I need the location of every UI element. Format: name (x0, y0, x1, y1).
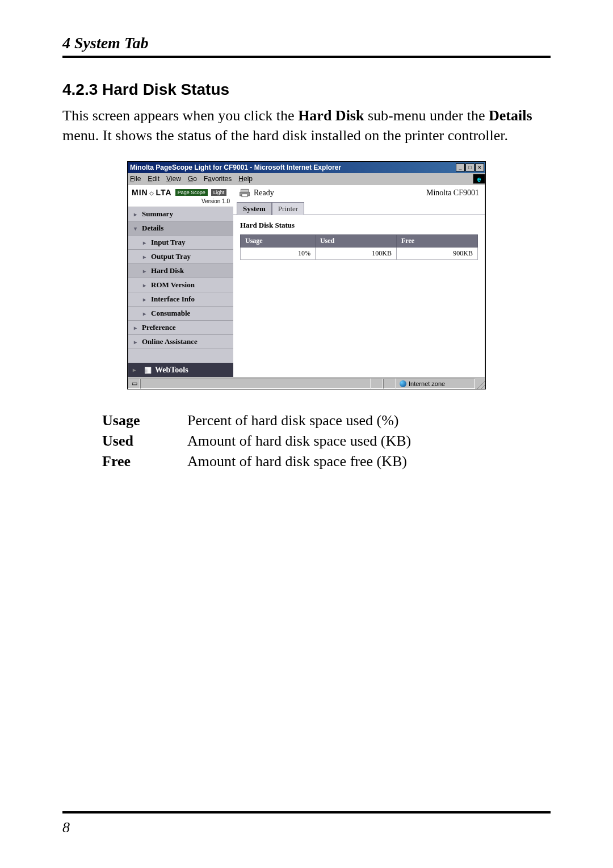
page-number: 8 (62, 819, 70, 836)
browser-window: Minolta PageScope Light for CF9001 - Mic… (127, 161, 486, 389)
triangle-icon: ▸ (143, 296, 149, 303)
sidebar-item-label: Summary (142, 209, 173, 219)
status-zone-text: Internet zone (409, 380, 445, 387)
content-area: MIN☼LTA Page Scope Light Version 1.0 ▸Su… (128, 184, 485, 378)
screenshot-container: Minolta PageScope Light for CF9001 - Mic… (62, 161, 551, 389)
def-row-used: Used Amount of hard disk space used (KB) (102, 433, 551, 450)
menu-go[interactable]: Go (188, 175, 197, 183)
webtools-link[interactable]: ▸ ▦ WebTools (128, 363, 233, 377)
close-button[interactable]: × (475, 163, 484, 171)
triangle-icon: ▸ (143, 240, 149, 246)
sidebar-sub-output-tray[interactable]: ▸Output Tray (128, 250, 233, 264)
sidebar-sub-rom-version[interactable]: ▸ROM Version (128, 278, 233, 292)
window-title-text: Minolta PageScope Light for CF9001 - Mic… (130, 163, 456, 171)
def-desc: Percent of hard disk space used (%) (187, 412, 399, 429)
tab-system[interactable]: System (237, 202, 272, 215)
sidebar-spacer (128, 349, 233, 363)
header-row: Ready Minolta CF9001 (233, 184, 485, 202)
menu-edit[interactable]: Edit (148, 175, 159, 183)
ie-logo-icon: e (473, 174, 485, 184)
th-free: Free (396, 235, 477, 248)
menu-file[interactable]: File (130, 175, 141, 183)
sidebar-item-label: ROM Version (151, 280, 195, 289)
definitions-list: Usage Percent of hard disk space used (%… (102, 412, 551, 470)
minolta-logo: MIN☼LTA (132, 188, 172, 197)
th-used: Used (315, 235, 396, 248)
svg-rect-2 (242, 194, 247, 197)
version-label: Version 1.0 (128, 198, 233, 207)
sidebar-item-label: Consumable (151, 309, 190, 317)
td-usage: 10% (241, 248, 316, 260)
sidebar-item-label: Interface Info (151, 295, 195, 303)
pane-body: Hard Disk Status Usage Used Free 10% 100… (233, 215, 485, 266)
hard-disk-table: Usage Used Free 10% 100KB 900KB (240, 234, 478, 260)
menu-favorites[interactable]: Favorites (204, 175, 232, 183)
triangle-icon: ▸ (134, 339, 140, 345)
status-message (140, 379, 371, 389)
sidebar-item-preference[interactable]: ▸Preference (128, 321, 233, 335)
pane-title: Hard Disk Status (240, 221, 478, 230)
def-term: Used (102, 433, 187, 450)
status-zone: Internet zone (396, 379, 475, 389)
def-term: Free (102, 453, 187, 470)
resize-grip-icon[interactable] (475, 379, 485, 389)
main-pane: Ready Minolta CF9001 System Printer Hard… (233, 184, 485, 377)
sidebar-item-label: Output Tray (151, 252, 191, 261)
triangle-icon: ▸ (143, 311, 149, 317)
printer-icon (239, 188, 250, 198)
body-text-2: sub-menu under the (364, 107, 489, 124)
triangle-icon: ▸ (143, 282, 149, 288)
def-desc: Amount of hard disk space used (KB) (187, 433, 411, 450)
intro-paragraph: This screen appears when you click the H… (62, 106, 551, 145)
sidebar-sub-consumable[interactable]: ▸Consumable (128, 307, 233, 321)
webtools-label: WebTools (155, 366, 188, 375)
body-text-3: menu. It shows the status of the hard di… (62, 127, 508, 144)
def-row-free: Free Amount of hard disk space free (KB) (102, 453, 551, 470)
sidebar-item-label: Preference (142, 323, 175, 332)
td-free: 900KB (396, 248, 477, 260)
triangle-icon: ▸ (134, 211, 140, 217)
sidebar-item-summary[interactable]: ▸Summary (128, 207, 233, 221)
sidebar-item-details[interactable]: ▾Details (128, 221, 233, 236)
triangle-down-icon: ▾ (134, 225, 140, 232)
webtools-icon: ▦ (144, 365, 152, 375)
globe-icon (400, 380, 406, 387)
td-used: 100KB (315, 248, 396, 260)
triangle-icon: ▸ (133, 367, 138, 373)
model-label: Minolta CF9001 (426, 188, 479, 198)
section-title: 4.2.3 Hard Disk Status (62, 81, 551, 99)
status-bar: ▭ Internet zone (128, 378, 485, 389)
menu-bar: File Edit View Go Favorites Help e (128, 173, 485, 184)
sidebar-item-online-assistance[interactable]: ▸Online Assistance (128, 335, 233, 349)
sidebar-item-label: Details (142, 224, 163, 233)
sidebar-item-label: Input Tray (151, 238, 186, 246)
sidebar-sub-hard-disk[interactable]: ▸Hard Disk (128, 264, 233, 278)
def-row-usage: Usage Percent of hard disk space used (%… (102, 412, 551, 429)
minimize-button[interactable]: _ (456, 163, 465, 171)
status-seg-2 (383, 379, 396, 389)
body-text-1: This screen appears when you click the (62, 107, 298, 124)
status-doc-icon: ▭ (128, 379, 140, 389)
status-seg-1 (371, 379, 383, 389)
window-title-bar: Minolta PageScope Light for CF9001 - Mic… (128, 162, 485, 173)
status-ready: Ready (254, 188, 274, 198)
sidebar-sub-interface-info[interactable]: ▸Interface Info (128, 292, 233, 307)
triangle-icon: ▸ (143, 254, 149, 260)
sidebar-item-label: Hard Disk (151, 266, 184, 275)
triangle-icon: ▸ (134, 325, 140, 331)
def-term: Usage (102, 412, 187, 429)
menu-view[interactable]: View (166, 175, 181, 183)
brand-row: MIN☼LTA Page Scope Light (128, 184, 233, 198)
tab-printer[interactable]: Printer (272, 202, 304, 215)
footer-rule (62, 811, 551, 814)
sidebar-sub-input-tray[interactable]: ▸Input Tray (128, 236, 233, 250)
body-bold-1: Hard Disk (298, 107, 364, 124)
def-desc: Amount of hard disk space free (KB) (187, 453, 407, 470)
sidebar: MIN☼LTA Page Scope Light Version 1.0 ▸Su… (128, 184, 233, 377)
svg-rect-0 (241, 190, 248, 192)
menu-help[interactable]: Help (238, 175, 253, 183)
maximize-button[interactable]: □ (465, 163, 475, 171)
tabs-row: System Printer (233, 202, 485, 215)
sidebar-item-label: Online Assistance (142, 337, 198, 346)
body-bold-2: Details (489, 107, 532, 124)
